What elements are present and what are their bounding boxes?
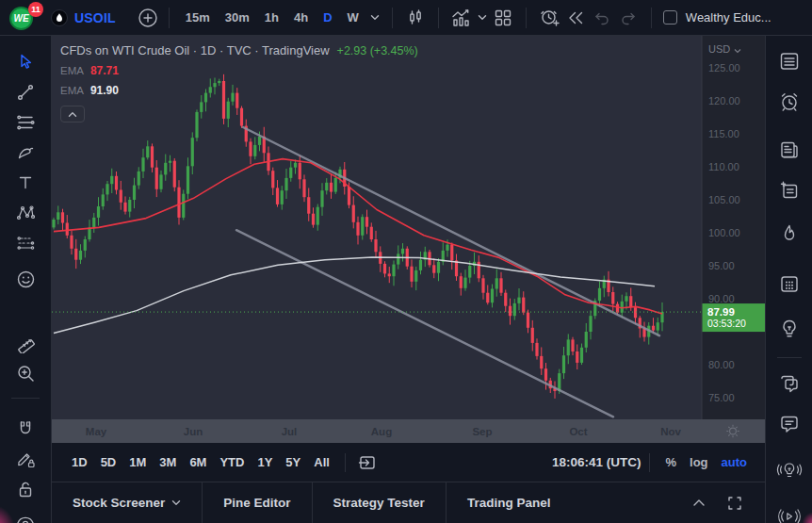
lock-all-drawings-button[interactable] bbox=[10, 476, 41, 502]
interval-4h[interactable]: 4h bbox=[287, 7, 315, 28]
alert-clock-plus-icon bbox=[539, 8, 560, 28]
range-1d[interactable]: 1D bbox=[65, 451, 94, 473]
interval-1w[interactable]: W bbox=[341, 7, 365, 28]
time-axis[interactable] bbox=[52, 419, 765, 443]
tab-trading-panel[interactable]: Trading Panel bbox=[447, 482, 572, 523]
measure-tool-button[interactable] bbox=[10, 330, 41, 356]
news-button[interactable] bbox=[775, 136, 804, 164]
save-layout-checkbox[interactable] bbox=[663, 10, 677, 25]
interval-1h[interactable]: 1h bbox=[258, 7, 285, 28]
go-to-date-button[interactable] bbox=[354, 449, 381, 476]
chat-bubbles-icon bbox=[778, 372, 801, 395]
live-streams-button[interactable] bbox=[775, 502, 804, 523]
chart-style-button[interactable] bbox=[402, 5, 429, 31]
expand-panel-button[interactable] bbox=[686, 490, 712, 516]
ema-slow-legend[interactable]: EMA 91.90 bbox=[60, 84, 418, 97]
user-menu-button[interactable]: WE 11 bbox=[8, 4, 40, 32]
brush-tool-button[interactable] bbox=[10, 139, 41, 166]
watchlist-button[interactable] bbox=[775, 47, 804, 75]
last-price-badge: 87.9903:53:20 bbox=[703, 303, 766, 332]
utc-clock[interactable]: 18:06:41 (UTC) bbox=[552, 455, 641, 469]
interval-switcher: 15m 30m 1h 4h D W bbox=[179, 5, 382, 31]
calendar-icon bbox=[778, 272, 801, 295]
range-1m[interactable]: 1M bbox=[122, 451, 153, 473]
svg-text:USD: USD bbox=[708, 43, 730, 55]
range-5d[interactable]: 5D bbox=[94, 451, 123, 473]
hotlists-button[interactable] bbox=[775, 220, 804, 248]
range-3m[interactable]: 3M bbox=[153, 451, 183, 473]
range-1y[interactable]: 1Y bbox=[251, 451, 279, 473]
undo-arrow-icon bbox=[593, 10, 611, 25]
symbol-description[interactable]: CFDs on WTI Crude Oil · 1D · TVC · Tradi… bbox=[60, 43, 330, 57]
chart-pane[interactable]: MayJunJulAugSepOctNov USD125.00120.00115… bbox=[52, 36, 765, 443]
chevron-up-icon bbox=[692, 498, 706, 507]
log-scale-toggle[interactable]: log bbox=[683, 452, 715, 472]
chevron-down-icon bbox=[171, 499, 181, 506]
emoji-tool-button[interactable] bbox=[10, 266, 41, 292]
tab-pine-editor[interactable]: Pine Editor bbox=[203, 482, 311, 523]
svg-text:100.00: 100.00 bbox=[708, 227, 740, 238]
auto-scale-toggle[interactable]: auto bbox=[715, 452, 754, 472]
fib-lines-icon bbox=[16, 113, 35, 132]
layout-name[interactable]: Wealthy Educ... bbox=[686, 10, 771, 25]
tab-strategy-tester[interactable]: Strategy Tester bbox=[313, 482, 446, 523]
svg-text:125.00: 125.00 bbox=[708, 62, 740, 74]
layout-grid-button[interactable] bbox=[490, 5, 516, 31]
ideas-stream-button[interactable] bbox=[775, 456, 804, 484]
symbol-name: USOIL bbox=[74, 10, 116, 25]
alarm-clock-icon bbox=[778, 90, 801, 113]
toolbar-divider bbox=[11, 398, 40, 399]
text-tool-button[interactable] bbox=[10, 170, 41, 196]
cursor-tool-button[interactable] bbox=[10, 49, 41, 75]
bar-replay-button[interactable] bbox=[562, 5, 589, 31]
drawing-mode-lock-button[interactable] bbox=[10, 446, 41, 472]
interval-menu-button[interactable] bbox=[367, 5, 382, 31]
interval-15m[interactable]: 15m bbox=[179, 7, 217, 28]
pattern-tool-button[interactable] bbox=[10, 200, 41, 226]
ruler-icon bbox=[16, 334, 36, 353]
percent-scale-toggle[interactable]: % bbox=[658, 452, 683, 472]
fullscreen-icon bbox=[727, 496, 742, 511]
tradingview-app: WE 11 USOIL 15m 30m 1h 4h D W bbox=[0, 0, 812, 523]
trend-line-tool-button[interactable] bbox=[10, 79, 41, 106]
zoom-in-tool-button[interactable] bbox=[10, 360, 41, 386]
range-6m[interactable]: 6M bbox=[183, 451, 213, 473]
forecast-tool-button[interactable] bbox=[10, 230, 41, 256]
range-ytd[interactable]: YTD bbox=[213, 451, 251, 473]
redo-button[interactable] bbox=[615, 5, 641, 31]
alerts-button[interactable] bbox=[775, 88, 804, 116]
chats-button[interactable] bbox=[775, 369, 804, 398]
create-alert-button[interactable] bbox=[536, 5, 562, 31]
text-icon bbox=[16, 173, 35, 192]
indicators-icon bbox=[451, 8, 472, 27]
fullscreen-button[interactable] bbox=[722, 490, 748, 516]
range-all[interactable]: All bbox=[307, 451, 336, 473]
ideas-button[interactable] bbox=[775, 315, 804, 343]
indicators-button[interactable] bbox=[448, 5, 475, 31]
chevron-down-icon bbox=[478, 14, 487, 21]
tab-stock-screener[interactable]: Stock Screener bbox=[52, 482, 202, 523]
text-notes-plus-icon bbox=[778, 179, 801, 202]
public-chat-button[interactable] bbox=[775, 410, 804, 438]
text-notes-button[interactable] bbox=[775, 176, 804, 204]
range-5y[interactable]: 5Y bbox=[279, 451, 307, 473]
chart-legend: CFDs on WTI Crude Oil · 1D · TVC · Tradi… bbox=[60, 43, 418, 123]
news-icon bbox=[778, 139, 801, 161]
undo-button[interactable] bbox=[589, 5, 615, 31]
separator bbox=[651, 8, 652, 28]
collapse-legend-button[interactable] bbox=[60, 106, 85, 123]
svg-text:May: May bbox=[86, 426, 107, 437]
chevron-up-icon bbox=[68, 111, 77, 118]
fib-retracement-tool-button[interactable] bbox=[10, 109, 41, 136]
magnet-mode-button[interactable] bbox=[10, 416, 41, 442]
bottom-panel-tabs: Stock Screener Pine Editor Strategy Test… bbox=[52, 482, 812, 523]
compare-add-button[interactable] bbox=[137, 7, 159, 29]
svg-text:Jul: Jul bbox=[282, 426, 298, 437]
symbol-button[interactable]: USOIL bbox=[51, 9, 116, 26]
redo-arrow-icon bbox=[619, 10, 638, 25]
interval-1d[interactable]: D bbox=[317, 7, 338, 28]
indicators-menu-button[interactable] bbox=[475, 5, 490, 31]
interval-30m[interactable]: 30m bbox=[219, 7, 256, 28]
ema-fast-legend[interactable]: EMA 87.71 bbox=[60, 64, 418, 77]
calendar-button[interactable] bbox=[775, 270, 804, 298]
